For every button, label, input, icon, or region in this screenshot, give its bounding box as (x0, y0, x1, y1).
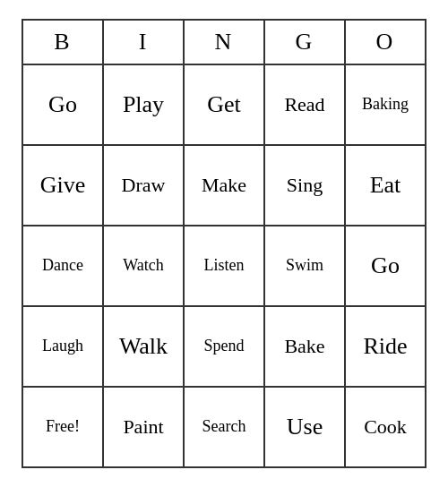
bingo-cell-2-2: Draw (104, 146, 185, 226)
cell-text-5-4: Use (287, 414, 323, 440)
bingo-cell-1-5: Baking (346, 65, 426, 146)
cell-text-3-4: Swim (286, 257, 323, 275)
cell-text-1-2: Play (123, 92, 164, 118)
cell-text-2-5: Eat (370, 173, 401, 199)
bingo-cell-4-1: Laugh (23, 307, 104, 388)
bingo-cell-4-2: Walk (104, 307, 185, 388)
bingo-cell-2-4: Sing (265, 146, 346, 226)
cell-text-3-2: Watch (123, 257, 164, 275)
cell-text-5-2: Paint (123, 416, 163, 438)
cell-text-4-5: Ride (363, 334, 407, 360)
bingo-row-1: GoPlayGetReadBaking (23, 65, 426, 146)
header-cell-g: G (265, 21, 346, 65)
header-letter-o: O (376, 30, 395, 56)
header-cell-b: B (23, 21, 104, 65)
bingo-cell-2-1: Give (23, 146, 104, 226)
bingo-cell-1-1: Go (23, 65, 104, 146)
bingo-header-row: BINGO (23, 21, 426, 65)
cell-text-4-3: Spend (204, 337, 245, 355)
bingo-cell-4-4: Bake (265, 307, 346, 388)
cell-text-3-3: Listen (204, 257, 245, 275)
bingo-cell-1-3: Get (185, 65, 265, 146)
cell-text-1-1: Go (48, 92, 77, 118)
header-cell-o: O (346, 21, 426, 65)
header-letter-b: B (54, 30, 71, 56)
header-letter-i: I (139, 30, 149, 56)
cell-text-1-4: Read (284, 94, 324, 115)
cell-text-3-1: Dance (42, 257, 83, 275)
bingo-row-2: GiveDrawMakeSingEat (23, 146, 426, 226)
bingo-cell-3-3: Listen (185, 226, 265, 307)
cell-text-4-4: Bake (284, 336, 324, 357)
bingo-cell-3-4: Swim (265, 226, 346, 307)
cell-text-1-5: Baking (362, 96, 409, 114)
cell-text-5-3: Search (202, 418, 246, 436)
header-letter-n: N (215, 30, 234, 56)
bingo-row-5: Free!PaintSearchUseCook (23, 388, 426, 468)
bingo-cell-5-1: Free! (23, 388, 104, 468)
cell-text-2-3: Make (202, 175, 246, 196)
bingo-cell-1-2: Play (104, 65, 185, 146)
bingo-cell-4-5: Ride (346, 307, 426, 388)
bingo-cell-4-3: Spend (185, 307, 265, 388)
cell-text-2-4: Sing (287, 175, 323, 196)
cell-text-2-2: Draw (122, 175, 166, 196)
cell-text-2-1: Give (40, 173, 86, 199)
header-cell-n: N (185, 21, 265, 65)
cell-text-5-1: Free! (46, 418, 80, 436)
bingo-cell-5-2: Paint (104, 388, 185, 468)
bingo-cell-5-5: Cook (346, 388, 426, 468)
bingo-cell-5-3: Search (185, 388, 265, 468)
header-cell-i: I (104, 21, 185, 65)
bingo-row-4: LaughWalkSpendBakeRide (23, 307, 426, 388)
bingo-cell-2-3: Make (185, 146, 265, 226)
bingo-cell-3-5: Go (346, 226, 426, 307)
cell-text-5-5: Cook (364, 416, 407, 438)
bingo-cell-5-4: Use (265, 388, 346, 468)
cell-text-3-5: Go (371, 253, 400, 279)
bingo-cell-3-1: Dance (23, 226, 104, 307)
bingo-card: BINGO GoPlayGetReadBakingGiveDrawMakeSin… (22, 19, 426, 468)
bingo-row-3: DanceWatchListenSwimGo (23, 226, 426, 307)
header-letter-g: G (296, 30, 314, 56)
bingo-cell-2-5: Eat (346, 146, 426, 226)
cell-text-4-1: Laugh (42, 337, 83, 355)
bingo-cell-1-4: Read (265, 65, 346, 146)
bingo-cell-3-2: Watch (104, 226, 185, 307)
cell-text-4-2: Walk (119, 334, 168, 360)
cell-text-1-3: Get (207, 92, 241, 118)
